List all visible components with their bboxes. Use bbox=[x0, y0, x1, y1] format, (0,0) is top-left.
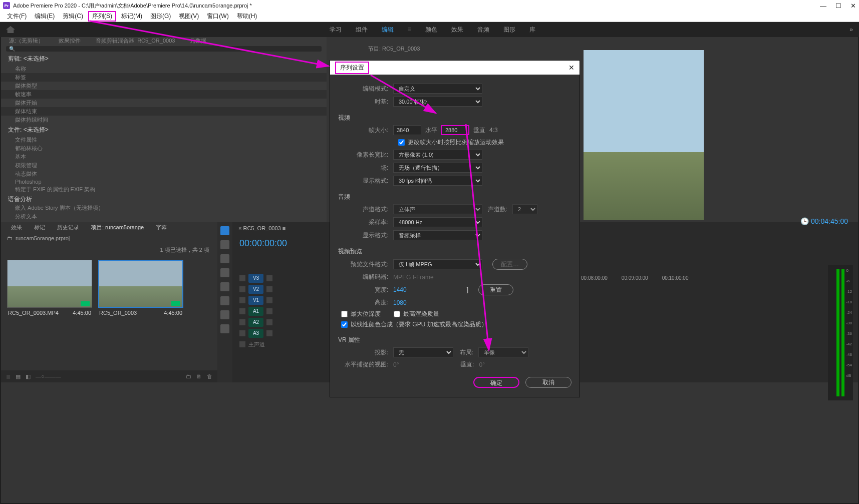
menu-edit[interactable]: 编辑(E) bbox=[32, 12, 58, 21]
meta-framerate: 帧速率 bbox=[1, 90, 327, 99]
menu-graphics[interactable]: 图形(G) bbox=[147, 12, 174, 21]
framesize-h-input[interactable] bbox=[393, 125, 421, 135]
metadata-search[interactable]: 🔍 bbox=[6, 46, 322, 52]
selection-tool-icon[interactable] bbox=[220, 226, 229, 235]
dialog-close-icon[interactable]: ✕ bbox=[568, 64, 575, 72]
audio-display-select[interactable]: 音频采样 bbox=[393, 230, 482, 240]
ws-editing-menu-icon[interactable]: ≡ bbox=[408, 26, 411, 34]
preview-height[interactable]: 1080 bbox=[393, 299, 407, 306]
tab-captions[interactable]: 字幕 bbox=[156, 224, 167, 231]
razor-tool-icon[interactable] bbox=[220, 268, 229, 277]
zoom-slider[interactable]: —○——— bbox=[36, 373, 61, 379]
eye-icon[interactable] bbox=[266, 297, 272, 303]
tab-history[interactable]: 历史记录 bbox=[57, 224, 79, 231]
mute-icon[interactable] bbox=[266, 319, 272, 325]
eye-icon[interactable] bbox=[266, 286, 272, 292]
tab-effect-controls[interactable]: 效果控件 bbox=[59, 37, 81, 45]
ws-learn[interactable]: 学习 bbox=[330, 26, 342, 34]
menu-help[interactable]: 帮助(H) bbox=[234, 12, 260, 21]
meta-mediatype: 媒体类型 bbox=[1, 82, 327, 90]
tab-audio-mixer[interactable]: 音频剪辑混合器: RC5_OR_0003 bbox=[96, 37, 175, 45]
ws-audio[interactable]: 音频 bbox=[477, 26, 489, 34]
ws-libraries[interactable]: 库 bbox=[529, 26, 535, 34]
ws-overflow-icon[interactable]: » bbox=[849, 26, 853, 33]
track-v3[interactable]: V3 bbox=[248, 274, 263, 283]
reset-button[interactable]: 重置 bbox=[478, 284, 513, 295]
ws-graphics[interactable]: 图形 bbox=[503, 26, 515, 34]
timeline-tab[interactable]: RC5_OR_0003 bbox=[243, 225, 280, 231]
projection-select[interactable]: 无 bbox=[393, 347, 453, 357]
ws-editing[interactable]: 编辑 bbox=[382, 26, 394, 34]
framesize-v-input[interactable] bbox=[441, 125, 469, 135]
scale-motion-checkbox[interactable] bbox=[398, 139, 405, 146]
icon-view-icon[interactable]: ▦ bbox=[16, 373, 21, 380]
preview-width[interactable]: 1440 bbox=[393, 286, 407, 293]
menu-sequence[interactable]: 序列(S) bbox=[88, 11, 116, 22]
ws-assembly[interactable]: 组件 bbox=[356, 26, 368, 34]
track-a2[interactable]: A2 bbox=[248, 318, 263, 327]
mute-icon[interactable] bbox=[266, 330, 272, 336]
lock-icon[interactable] bbox=[239, 275, 245, 281]
menu-clip[interactable]: 剪辑(C) bbox=[60, 12, 86, 21]
tab-metadata[interactable]: 元数据 bbox=[190, 37, 206, 45]
mute-icon[interactable] bbox=[266, 308, 272, 314]
tab-markers[interactable]: 标记 bbox=[34, 224, 45, 231]
linear-color-checkbox[interactable] bbox=[341, 321, 348, 328]
type-tool-icon[interactable] bbox=[220, 324, 229, 333]
meta-name: 名称 bbox=[1, 65, 327, 73]
bin-icon[interactable]: 🗀 bbox=[7, 235, 13, 241]
sample-rate-select[interactable]: 48000 Hz bbox=[393, 217, 482, 227]
list-view-icon[interactable]: ≣ bbox=[6, 373, 11, 380]
trash-icon[interactable]: 🗑 bbox=[207, 373, 212, 379]
minimize-button[interactable]: — bbox=[820, 2, 826, 10]
clip-thumb-1[interactable]: RC5_OR_0003.MP44:45:00 bbox=[7, 260, 92, 318]
lock-icon[interactable] bbox=[239, 319, 245, 325]
hand-tool-icon[interactable] bbox=[220, 310, 229, 319]
sequence-thumb-2[interactable]: RC5_OR_00034:45:00 bbox=[98, 260, 183, 318]
ok-button[interactable]: 确定 bbox=[473, 377, 519, 388]
project-bottom-toolbar: ≣ ▦ ◧ —○——— 🗀 🗎 🗑 bbox=[1, 370, 217, 382]
tab-project[interactable]: 项目: runcam5orange bbox=[91, 224, 144, 231]
sample-rate-label: 采样率: bbox=[338, 218, 393, 227]
lock-icon[interactable] bbox=[239, 330, 245, 336]
source-panel: 源:（无剪辑） 效果控件 音频剪辑混合器: RC5_OR_0003 元数据 🔍 … bbox=[1, 37, 327, 222]
new-item-icon[interactable]: 🗎 bbox=[196, 373, 202, 379]
timebase-select[interactable]: 30.00 帧/秒 bbox=[393, 97, 482, 107]
close-button[interactable]: ✕ bbox=[850, 2, 856, 10]
pen-tool-icon[interactable] bbox=[220, 296, 229, 305]
ripple-tool-icon[interactable] bbox=[220, 254, 229, 263]
track-v1[interactable]: V1 bbox=[248, 296, 263, 305]
home-icon[interactable] bbox=[6, 26, 15, 33]
max-render-quality-checkbox[interactable] bbox=[394, 311, 400, 317]
tab-source[interactable]: 源:（无剪辑） bbox=[9, 37, 44, 45]
ws-color[interactable]: 颜色 bbox=[425, 26, 437, 34]
track-a3[interactable]: A3 bbox=[248, 329, 263, 338]
program-tab[interactable]: 节目: RC5_OR_0003 bbox=[368, 45, 420, 53]
preview-format-select[interactable]: 仅 I 帧 MPEG bbox=[393, 259, 482, 269]
new-bin-icon[interactable]: 🗀 bbox=[186, 373, 191, 379]
maximize-button[interactable]: ☐ bbox=[835, 2, 841, 10]
tab-effects[interactable]: 效果 bbox=[11, 224, 22, 231]
track-v2[interactable]: V2 bbox=[248, 285, 263, 294]
menu-marker[interactable]: 标记(M) bbox=[118, 12, 145, 21]
cancel-button[interactable]: 取消 bbox=[525, 377, 571, 388]
slip-tool-icon[interactable] bbox=[220, 282, 229, 291]
track-select-tool-icon[interactable] bbox=[220, 240, 229, 249]
fields-select[interactable]: 无场（逐行扫描） bbox=[393, 163, 482, 173]
display-format-select[interactable]: 30 fps 时间码 bbox=[393, 176, 482, 186]
menu-window[interactable]: 窗口(W) bbox=[204, 12, 231, 21]
lock-icon[interactable] bbox=[239, 286, 245, 292]
freeform-view-icon[interactable]: ◧ bbox=[26, 373, 31, 380]
menu-view[interactable]: 视图(V) bbox=[176, 12, 202, 21]
max-bit-depth-checkbox[interactable] bbox=[341, 311, 348, 317]
par-select[interactable]: 方形像素 (1.0) bbox=[393, 150, 482, 160]
menu-file[interactable]: 文件(F) bbox=[4, 12, 30, 21]
eye-icon[interactable] bbox=[266, 275, 272, 281]
max-bit-depth-label: 最大位深度 bbox=[351, 310, 381, 318]
lock-icon[interactable] bbox=[239, 297, 245, 303]
ws-effects[interactable]: 效果 bbox=[451, 26, 463, 34]
track-a1[interactable]: A1 bbox=[248, 307, 263, 316]
edit-mode-select[interactable]: 自定义 bbox=[393, 84, 482, 94]
lock-icon[interactable] bbox=[239, 341, 245, 347]
lock-icon[interactable] bbox=[239, 308, 245, 314]
